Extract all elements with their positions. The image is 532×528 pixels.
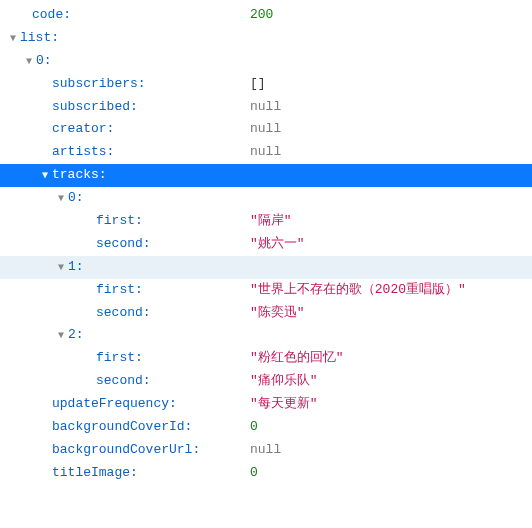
key-first: first: [96, 282, 143, 297]
key-subscribers: subscribers: [52, 76, 146, 91]
value-track2-second: "痛仰乐队" [250, 373, 318, 390]
key-first: first: [96, 213, 143, 228]
value-code: 200 [250, 7, 273, 24]
json-row-list[interactable]: ▼list: [0, 27, 532, 50]
caret-down-icon[interactable]: ▼ [8, 32, 18, 45]
json-row-item0[interactable]: ▼0: [0, 50, 532, 73]
caret-down-icon[interactable]: ▼ [56, 192, 66, 205]
value-subscribed: null [250, 99, 281, 116]
key-titleImage: titleImage: [52, 465, 138, 480]
json-row-updateFrequency[interactable]: updateFrequency: "每天更新" [0, 393, 532, 416]
json-row-track2[interactable]: ▼2: [0, 324, 532, 347]
json-row-tracks[interactable]: ▼tracks: [0, 164, 532, 187]
value-subscribers: [] [250, 76, 266, 93]
value-creator: null [250, 121, 281, 138]
value-track1-second: "陈奕迅" [250, 305, 305, 322]
json-row-track2-first[interactable]: first: "粉红色的回忆" [0, 347, 532, 370]
json-row-track1[interactable]: ▼1: [0, 256, 532, 279]
caret-down-icon[interactable]: ▼ [40, 169, 50, 182]
value-track0-first: "隔岸" [250, 213, 292, 230]
key-backgroundCoverId: backgroundCoverId: [52, 419, 192, 434]
json-row-track0[interactable]: ▼0: [0, 187, 532, 210]
json-row-subscribers[interactable]: subscribers: [] [0, 73, 532, 96]
json-row-creator[interactable]: creator: null [0, 118, 532, 141]
value-updateFrequency: "每天更新" [250, 396, 318, 413]
caret-down-icon[interactable]: ▼ [24, 55, 34, 68]
key-updateFrequency: updateFrequency: [52, 396, 177, 411]
value-backgroundCoverUrl: null [250, 442, 281, 459]
json-row-code[interactable]: code: 200 [0, 4, 532, 27]
key-backgroundCoverUrl: backgroundCoverUrl: [52, 442, 200, 457]
key-subscribed: subscribed: [52, 99, 138, 114]
key-track0: 0: [68, 190, 84, 205]
value-track2-first: "粉红色的回忆" [250, 350, 344, 367]
value-artists: null [250, 144, 281, 161]
key-track1: 1: [68, 259, 84, 274]
value-backgroundCoverId: 0 [250, 419, 258, 436]
caret-down-icon[interactable]: ▼ [56, 261, 66, 274]
key-second: second: [96, 373, 151, 388]
value-track1-first: "世界上不存在的歌（2020重唱版）" [250, 282, 466, 299]
key-second: second: [96, 305, 151, 320]
json-row-track0-second[interactable]: second: "姚六一" [0, 233, 532, 256]
json-row-backgroundCoverUrl[interactable]: backgroundCoverUrl: null [0, 439, 532, 462]
caret-down-icon[interactable]: ▼ [56, 329, 66, 342]
json-row-backgroundCoverId[interactable]: backgroundCoverId: 0 [0, 416, 532, 439]
key-code: code: [32, 7, 71, 22]
json-row-subscribed[interactable]: subscribed: null [0, 96, 532, 119]
key-first: first: [96, 350, 143, 365]
value-track0-second: "姚六一" [250, 236, 305, 253]
key-second: second: [96, 236, 151, 251]
key-artists: artists: [52, 144, 114, 159]
json-row-track2-second[interactable]: second: "痛仰乐队" [0, 370, 532, 393]
key-track2: 2: [68, 327, 84, 342]
json-row-titleImage[interactable]: titleImage: 0 [0, 462, 532, 485]
json-row-artists[interactable]: artists: null [0, 141, 532, 164]
value-titleImage: 0 [250, 465, 258, 482]
key-tracks: tracks: [52, 167, 107, 182]
key-creator: creator: [52, 121, 114, 136]
key-list: list: [20, 30, 59, 45]
json-row-track1-second[interactable]: second: "陈奕迅" [0, 302, 532, 325]
key-item0: 0: [36, 53, 52, 68]
json-row-track1-first[interactable]: first: "世界上不存在的歌（2020重唱版）" [0, 279, 532, 302]
json-row-track0-first[interactable]: first: "隔岸" [0, 210, 532, 233]
